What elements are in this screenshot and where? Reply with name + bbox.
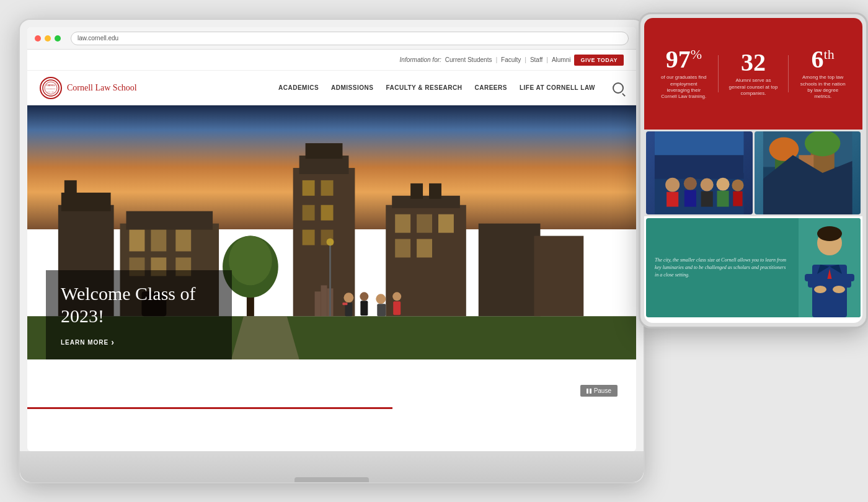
svg-point-75 — [804, 131, 839, 156]
svg-rect-86 — [808, 279, 851, 288]
logo-text: Cornell Law School — [67, 83, 137, 93]
nav-admissions[interactable]: ADMISSIONS — [331, 84, 373, 91]
svg-rect-51 — [377, 304, 386, 316]
url-text: law.cornell.edu — [78, 35, 118, 42]
nav-faculty-research[interactable]: FACULTY & RESEARCH — [386, 84, 462, 91]
svg-rect-27 — [321, 205, 334, 221]
quote-text-area: The city, the smaller class size at Corn… — [646, 218, 799, 317]
quote-text: The city, the smaller class size at Corn… — [655, 257, 790, 279]
stat-employment-suffix: % — [691, 46, 702, 62]
nav-careers[interactable]: CAREERS — [475, 84, 507, 91]
pause-button[interactable]: Pause — [580, 385, 618, 397]
sep2: | — [525, 56, 526, 63]
nav-faculty[interactable]: Faculty — [501, 56, 521, 63]
nav-current-students[interactable]: Current Students — [445, 56, 492, 63]
svg-rect-38 — [417, 239, 432, 258]
nav-alumni[interactable]: Alumni — [552, 56, 571, 63]
svg-rect-25 — [321, 180, 334, 196]
svg-point-45 — [343, 293, 353, 302]
svg-rect-28 — [303, 230, 315, 245]
stat-employment-desc: of our graduates find employment leverag… — [659, 74, 709, 100]
quote-person-photo — [799, 218, 861, 317]
svg-rect-13 — [175, 230, 191, 252]
quote-card: The city, the smaller class size at Corn… — [646, 218, 861, 317]
nav-life-cornell-law[interactable]: LIFE AT CORNELL LAW — [520, 84, 595, 91]
svg-rect-26 — [303, 205, 315, 221]
close-dot[interactable] — [35, 35, 41, 42]
info-for-label: Information for: — [400, 56, 441, 63]
svg-text:EST. 1865: EST. 1865 — [48, 91, 55, 93]
logo-seal: CORNELL UNIVERSITY EST. 1865 — [40, 77, 62, 99]
minimize-dot[interactable] — [45, 35, 51, 42]
give-today-button[interactable]: GIVE TODAY — [574, 55, 624, 66]
svg-rect-35 — [417, 214, 432, 233]
svg-text:UNIVERSITY: UNIVERSITY — [46, 88, 56, 90]
svg-point-48 — [360, 292, 368, 301]
hero-title: Welcome Class of 2023! — [61, 283, 217, 327]
stat-divider-2 — [788, 55, 789, 92]
group-photo-svg — [646, 131, 753, 214]
laptop-screen: law.cornell.edu Information for: Current… — [27, 27, 636, 451]
svg-rect-68 — [733, 192, 742, 206]
pause-label: Pause — [594, 387, 611, 394]
stat-divider-1 — [718, 55, 719, 92]
url-bar[interactable]: law.cornell.edu — [71, 32, 629, 45]
tablet-screen: 97% of our graduates find employment lev… — [644, 18, 862, 323]
svg-point-63 — [701, 178, 714, 192]
laptop-frame: law.cornell.edu Information for: Current… — [19, 19, 645, 483]
svg-rect-36 — [438, 214, 454, 233]
svg-point-67 — [732, 180, 743, 192]
logo-area: CORNELL UNIVERSITY EST. 1865 Cornell Law… — [40, 77, 137, 99]
svg-text:CORNELL: CORNELL — [46, 84, 56, 87]
svg-rect-60 — [666, 192, 678, 207]
svg-rect-58 — [655, 155, 744, 178]
pause-icon — [587, 389, 591, 394]
svg-rect-22 — [321, 285, 327, 316]
utility-bar: Information for: Current Students | Facu… — [27, 50, 636, 71]
svg-rect-53 — [393, 301, 401, 315]
search-icon[interactable] — [613, 82, 624, 94]
svg-rect-21 — [315, 291, 321, 316]
svg-point-43 — [229, 236, 272, 286]
stat-alumni: 32 Alumni serve as general counsel at to… — [728, 50, 778, 97]
stat-alumni-desc: Alumni serve as general counsel at top c… — [728, 77, 778, 97]
svg-rect-62 — [684, 190, 696, 207]
svg-rect-24 — [303, 180, 315, 196]
learn-more-link[interactable]: LEARN MORE — [61, 337, 217, 347]
svg-point-65 — [717, 178, 730, 191]
nav-academics[interactable]: ACADEMICS — [278, 84, 319, 91]
stat-ranking-suffix: th — [824, 46, 835, 62]
nav-bar: CORNELL UNIVERSITY EST. 1865 Cornell Law… — [27, 71, 636, 105]
stat-alumni-number: 32 — [728, 50, 778, 75]
svg-rect-66 — [717, 191, 728, 207]
svg-point-87 — [814, 286, 826, 293]
website-content: Information for: Current Students | Facu… — [27, 50, 636, 451]
tablet-frame: 97% of our graduates find employment lev… — [639, 12, 868, 328]
stat-employment: 97% of our graduates find employment lev… — [659, 47, 709, 100]
stat-ranking: 6th Among the top law schools in the nat… — [798, 47, 848, 100]
stat-ranking-desc: Among the top law schools in the nation … — [798, 74, 848, 100]
svg-point-52 — [392, 292, 401, 301]
laptop-notch — [294, 477, 369, 482]
pause-bar-left — [587, 389, 588, 394]
svg-point-50 — [376, 294, 386, 304]
svg-rect-8 — [64, 180, 77, 196]
photo-group — [646, 131, 753, 214]
svg-point-88 — [833, 286, 845, 293]
stat-employment-number: 97% — [659, 47, 709, 72]
sep3: | — [546, 56, 548, 63]
svg-rect-20 — [306, 143, 343, 159]
nav-staff[interactable]: Staff — [530, 56, 542, 63]
fullscreen-dot[interactable] — [55, 35, 61, 42]
hero-progress-bar — [27, 407, 392, 409]
svg-rect-37 — [395, 239, 410, 258]
laptop-mockup: law.cornell.edu Information for: Current… — [19, 19, 676, 490]
sep1: | — [495, 56, 497, 63]
stat-ranking-number: 6th — [798, 47, 848, 72]
person-svg — [799, 218, 861, 317]
svg-point-61 — [684, 177, 697, 190]
svg-rect-31 — [392, 196, 460, 208]
svg-point-59 — [665, 178, 680, 192]
svg-rect-33 — [429, 183, 441, 199]
svg-point-79 — [817, 226, 842, 241]
